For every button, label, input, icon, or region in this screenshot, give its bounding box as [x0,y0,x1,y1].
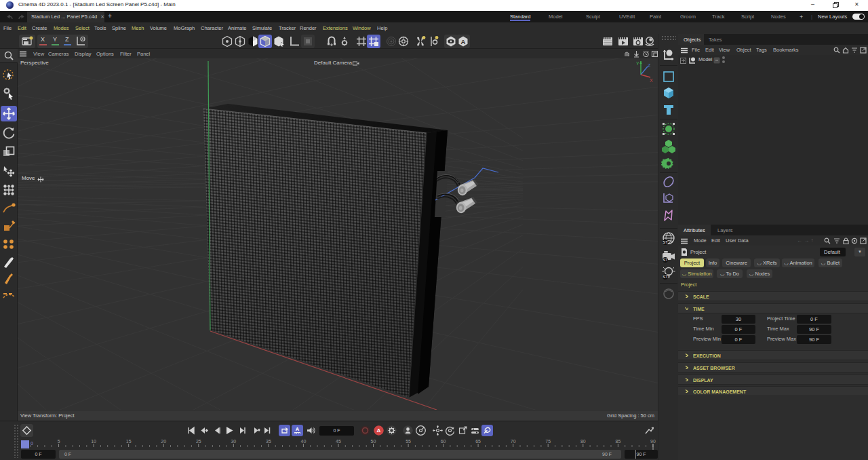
svg-text:50: 50 [371,439,376,444]
svg-text:85: 85 [616,439,621,444]
svg-text:55: 55 [406,439,411,444]
svg-text:A: A [461,38,466,45]
svg-text:ST: ST [663,240,668,244]
svg-text:65: 65 [475,439,481,444]
svg-text:ST: ST [663,258,668,262]
svg-text:10: 10 [91,439,96,444]
svg-text:X: X [650,78,653,83]
svg-text:25: 25 [196,439,201,444]
svg-text:15: 15 [126,439,132,444]
svg-text:A: A [377,427,381,434]
svg-text:80: 80 [580,439,586,444]
svg-text:75: 75 [545,439,551,444]
svg-text:ST: ST [663,275,668,279]
svg-text:20: 20 [161,439,166,444]
svg-text:40: 40 [301,439,307,444]
svg-text:Z: Z [648,63,651,68]
svg-text:0: 0 [31,441,33,446]
svg-text:70: 70 [511,439,516,444]
svg-text:30: 30 [231,439,236,444]
svg-text:A: A [296,426,300,432]
svg-text:35: 35 [266,439,271,444]
svg-text:45: 45 [336,439,341,444]
svg-text:Y: Y [636,61,639,66]
svg-text:90: 90 [650,439,656,444]
svg-text:60: 60 [441,439,446,444]
svg-text:5: 5 [58,439,60,444]
